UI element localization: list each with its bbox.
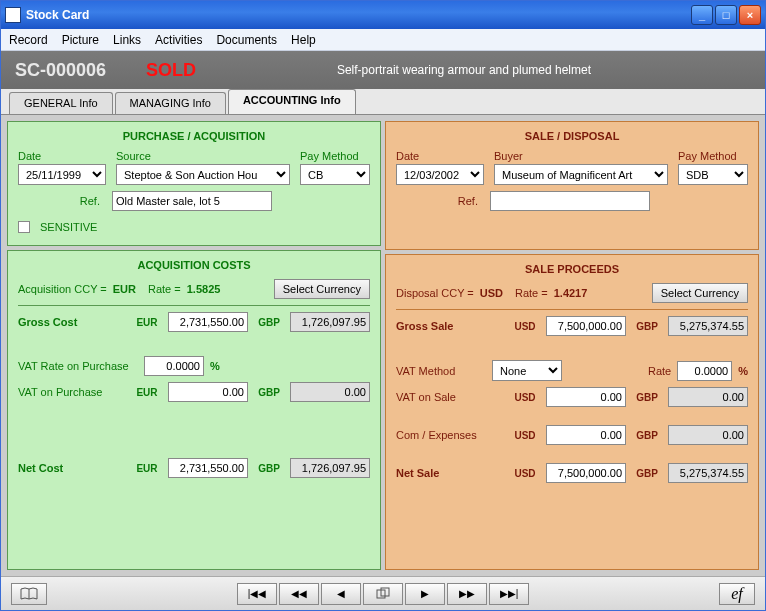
gross-sale-label: Gross Sale bbox=[396, 320, 504, 332]
header-bar: SC-000006 SOLD Self-portrait wearing arm… bbox=[1, 51, 765, 89]
content-area: PURCHASE / ACQUISITION Date 25/11/1999 S… bbox=[1, 115, 765, 576]
proc-ccy: USD bbox=[480, 287, 503, 299]
nav-next-button[interactable]: ▶ bbox=[405, 583, 445, 605]
gross-cost-ccy2: GBP bbox=[254, 317, 284, 328]
purchase-source-label: Source bbox=[116, 150, 290, 162]
gross-cost-v1[interactable] bbox=[168, 312, 248, 332]
app-icon bbox=[5, 7, 21, 23]
footer-toolbar: |◀◀ ◀◀ ◀ ▶ ▶▶ ▶▶| ef bbox=[1, 576, 765, 610]
purchase-heading: PURCHASE / ACQUISITION bbox=[18, 130, 370, 142]
menu-record[interactable]: Record bbox=[9, 33, 48, 47]
sale-buyer-label: Buyer bbox=[494, 150, 668, 162]
vat-method-label: VAT Method bbox=[396, 365, 486, 377]
status-badge: SOLD bbox=[146, 60, 196, 81]
purchase-paymethod-label: Pay Method bbox=[300, 150, 370, 162]
vat-pct: % bbox=[210, 360, 220, 372]
nav-first-button[interactable]: |◀◀ bbox=[237, 583, 277, 605]
signature-icon[interactable]: ef bbox=[719, 583, 755, 605]
net-sale-v2 bbox=[668, 463, 748, 483]
proc-vatrate-input[interactable] bbox=[677, 361, 732, 381]
close-button[interactable]: × bbox=[739, 5, 761, 25]
sale-date-label: Date bbox=[396, 150, 484, 162]
net-cost-label: Net Cost bbox=[18, 462, 126, 474]
menu-help[interactable]: Help bbox=[291, 33, 316, 47]
sale-date-select[interactable]: 12/03/2002 bbox=[396, 164, 484, 185]
sensitive-checkbox[interactable] bbox=[18, 221, 30, 233]
proc-heading: SALE PROCEEDS bbox=[396, 263, 748, 275]
menu-documents[interactable]: Documents bbox=[216, 33, 277, 47]
proc-select-currency-button[interactable]: Select Currency bbox=[652, 283, 748, 303]
menu-links[interactable]: Links bbox=[113, 33, 141, 47]
proc-ccy-label: Disposal CCY = bbox=[396, 287, 474, 299]
gross-sale-ccy1: USD bbox=[510, 321, 540, 332]
vat-sale-v1[interactable] bbox=[546, 387, 626, 407]
net-sale-ccy2: GBP bbox=[632, 468, 662, 479]
vat-sale-ccy2: GBP bbox=[632, 392, 662, 403]
net-ccy2: GBP bbox=[254, 463, 284, 474]
com-v1[interactable] bbox=[546, 425, 626, 445]
nav-fastback-button[interactable]: ◀◀ bbox=[279, 583, 319, 605]
sale-heading: SALE / DISPOSAL bbox=[396, 130, 748, 142]
proc-rate: 1.4217 bbox=[554, 287, 588, 299]
vat-v2 bbox=[290, 382, 370, 402]
sensitive-label: SENSITIVE bbox=[40, 221, 97, 233]
nav-prev-button[interactable]: ◀ bbox=[321, 583, 361, 605]
tab-bar: GENERAL Info MANAGING Info ACCOUNTING In… bbox=[1, 89, 765, 115]
purchase-source-select[interactable]: Steptoe & Son Auction Hou bbox=[116, 164, 290, 185]
vat-v1[interactable] bbox=[168, 382, 248, 402]
minimize-button[interactable]: _ bbox=[691, 5, 713, 25]
net-v1[interactable] bbox=[168, 458, 248, 478]
sale-buyer-select[interactable]: Museum of Magnificent Art bbox=[494, 164, 668, 185]
purchase-ref-label: Ref. bbox=[18, 195, 106, 207]
proc-rate2-label: Rate bbox=[648, 365, 671, 377]
menu-picture[interactable]: Picture bbox=[62, 33, 99, 47]
vat-sale-ccy1: USD bbox=[510, 392, 540, 403]
net-sale-ccy1: USD bbox=[510, 468, 540, 479]
right-panel: SALE / DISPOSAL Date 12/03/2002 Buyer Mu… bbox=[385, 121, 759, 570]
purchase-date-label: Date bbox=[18, 150, 106, 162]
vat-rate-input[interactable] bbox=[144, 356, 204, 376]
proc-rate-label: Rate = bbox=[515, 287, 548, 299]
nav-last-button[interactable]: ▶▶| bbox=[489, 583, 529, 605]
gross-cost-ccy1: EUR bbox=[132, 317, 162, 328]
sale-paymethod-label: Pay Method bbox=[678, 150, 748, 162]
window-title: Stock Card bbox=[26, 8, 691, 22]
net-sale-label: Net Sale bbox=[396, 467, 504, 479]
vat-sale-label: VAT on Sale bbox=[396, 391, 504, 403]
gross-cost-v2 bbox=[290, 312, 370, 332]
menubar: Record Picture Links Activities Document… bbox=[1, 29, 765, 51]
tab-managing[interactable]: MANAGING Info bbox=[115, 92, 226, 114]
tab-general[interactable]: GENERAL Info bbox=[9, 92, 113, 114]
tab-accounting[interactable]: ACCOUNTING Info bbox=[228, 89, 356, 114]
acq-ccy-label: Acquisition CCY = bbox=[18, 283, 107, 295]
sale-ref-input[interactable] bbox=[490, 191, 650, 211]
maximize-button[interactable]: □ bbox=[715, 5, 737, 25]
nav-fastfwd-button[interactable]: ▶▶ bbox=[447, 583, 487, 605]
vat-sale-v2 bbox=[668, 387, 748, 407]
nav-center-button[interactable] bbox=[363, 583, 403, 605]
sale-box: SALE / DISPOSAL Date 12/03/2002 Buyer Mu… bbox=[385, 121, 759, 250]
acq-select-currency-button[interactable]: Select Currency bbox=[274, 279, 370, 299]
com-v2 bbox=[668, 425, 748, 445]
sale-ref-label: Ref. bbox=[396, 195, 484, 207]
menu-activities[interactable]: Activities bbox=[155, 33, 202, 47]
vat-ccy2: GBP bbox=[254, 387, 284, 398]
sale-proceeds-box: SALE PROCEEDS Disposal CCY = USD Rate = … bbox=[385, 254, 759, 570]
gross-sale-v1[interactable] bbox=[546, 316, 626, 336]
book-icon[interactable] bbox=[11, 583, 47, 605]
com-ccy1: USD bbox=[510, 430, 540, 441]
acq-rate: 1.5825 bbox=[187, 283, 221, 295]
com-ccy2: GBP bbox=[632, 430, 662, 441]
acq-ccy: EUR bbox=[113, 283, 136, 295]
vat-method-select[interactable]: None bbox=[492, 360, 562, 381]
purchase-ref-input[interactable] bbox=[112, 191, 272, 211]
purchase-paymethod-select[interactable]: CB bbox=[300, 164, 370, 185]
acquisition-costs-box: ACQUISITION COSTS Acquisition CCY = EUR … bbox=[7, 250, 381, 570]
net-sale-v1[interactable] bbox=[546, 463, 626, 483]
purchase-box: PURCHASE / ACQUISITION Date 25/11/1999 S… bbox=[7, 121, 381, 246]
vat-ccy1: EUR bbox=[132, 387, 162, 398]
sale-paymethod-select[interactable]: SDB bbox=[678, 164, 748, 185]
purchase-date-select[interactable]: 25/11/1999 bbox=[18, 164, 106, 185]
net-ccy1: EUR bbox=[132, 463, 162, 474]
titlebar: Stock Card _ □ × bbox=[1, 1, 765, 29]
